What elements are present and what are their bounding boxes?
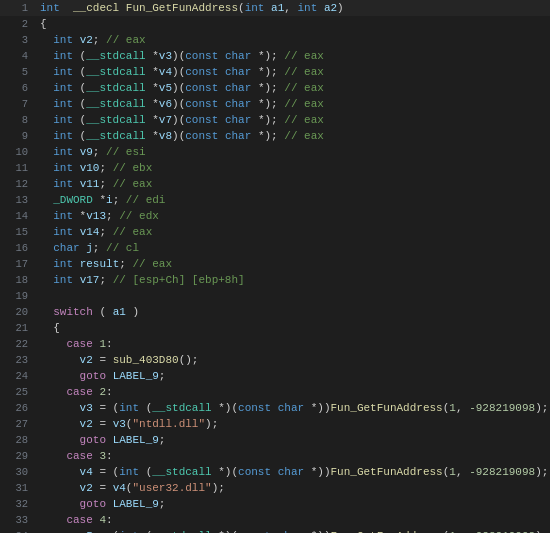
line-content: case 1:: [40, 336, 546, 352]
code-line-9: 9 int (__stdcall *v8)(const char *); // …: [0, 128, 550, 144]
code-line-27: 27 v2 = v3("ntdll.dll");: [0, 416, 550, 432]
code-line-18: 18 int v17; // [esp+Ch] [ebp+8h]: [0, 272, 550, 288]
code-line-5: 5 int (__stdcall *v4)(const char *); // …: [0, 64, 550, 80]
line-number: 26: [4, 400, 28, 416]
line-number: 9: [4, 128, 28, 144]
code-line-16: 16 char j; // cl: [0, 240, 550, 256]
line-number: 11: [4, 160, 28, 176]
code-line-14: 14 int *v13; // edx: [0, 208, 550, 224]
line-content: int v14; // eax: [40, 224, 546, 240]
code-line-4: 4 int (__stdcall *v3)(const char *); // …: [0, 48, 550, 64]
code-line-23: 23 v2 = sub_403D80();: [0, 352, 550, 368]
code-line-30: 30 v4 = (int (__stdcall *)(const char *)…: [0, 464, 550, 480]
line-number: 8: [4, 112, 28, 128]
line-content: int v9; // esi: [40, 144, 546, 160]
code-line-7: 7 int (__stdcall *v6)(const char *); // …: [0, 96, 550, 112]
code-line-26: 26 v3 = (int (__stdcall *)(const char *)…: [0, 400, 550, 416]
line-content: _DWORD *i; // edi: [40, 192, 546, 208]
code-line-6: 6 int (__stdcall *v5)(const char *); // …: [0, 80, 550, 96]
line-number: 33: [4, 512, 28, 528]
line-content: int v17; // [esp+Ch] [ebp+8h]: [40, 272, 546, 288]
line-number: 21: [4, 320, 28, 336]
line-number: 5: [4, 64, 28, 80]
line-number: 29: [4, 448, 28, 464]
line-number: 32: [4, 496, 28, 512]
code-line-1: 1int __cdecl Fun_GetFunAddress(int a1, i…: [0, 0, 550, 16]
line-content: v5 = (int (__stdcall *)(const char *))Fu…: [40, 528, 548, 533]
line-content: int (__stdcall *v4)(const char *); // ea…: [40, 64, 546, 80]
code-lines: 1int __cdecl Fun_GetFunAddress(int a1, i…: [0, 0, 550, 533]
line-content: case 4:: [40, 512, 546, 528]
line-number: 14: [4, 208, 28, 224]
line-content: {: [40, 16, 546, 32]
line-number: 4: [4, 48, 28, 64]
code-line-29: 29 case 3:: [0, 448, 550, 464]
line-content: int v2; // eax: [40, 32, 546, 48]
code-line-2: 2{: [0, 16, 550, 32]
line-content: int v10; // ebx: [40, 160, 546, 176]
code-line-11: 11 int v10; // ebx: [0, 160, 550, 176]
line-number: 12: [4, 176, 28, 192]
line-number: 7: [4, 96, 28, 112]
line-number: 31: [4, 480, 28, 496]
code-line-10: 10 int v9; // esi: [0, 144, 550, 160]
code-line-24: 24 goto LABEL_9;: [0, 368, 550, 384]
line-number: 19: [4, 288, 28, 304]
code-line-33: 33 case 4:: [0, 512, 550, 528]
code-line-20: 20 switch ( a1 ): [0, 304, 550, 320]
line-number: 30: [4, 464, 28, 480]
line-content: v2 = sub_403D80();: [40, 352, 546, 368]
line-content: v4 = (int (__stdcall *)(const char *))Fu…: [40, 464, 548, 480]
line-number: 34: [4, 528, 28, 533]
line-number: 28: [4, 432, 28, 448]
line-content: int (__stdcall *v8)(const char *); // ea…: [40, 128, 546, 144]
line-content: int (__stdcall *v6)(const char *); // ea…: [40, 96, 546, 112]
line-number: 23: [4, 352, 28, 368]
code-line-19: 19: [0, 288, 550, 304]
line-content: goto LABEL_9;: [40, 496, 546, 512]
line-content: switch ( a1 ): [40, 304, 546, 320]
code-line-25: 25 case 2:: [0, 384, 550, 400]
line-number: 6: [4, 80, 28, 96]
line-number: 27: [4, 416, 28, 432]
line-content: int (__stdcall *v5)(const char *); // ea…: [40, 80, 546, 96]
line-number: 3: [4, 32, 28, 48]
line-number: 13: [4, 192, 28, 208]
line-number: 15: [4, 224, 28, 240]
line-content: int *v13; // edx: [40, 208, 546, 224]
line-content: v3 = (int (__stdcall *)(const char *))Fu…: [40, 400, 548, 416]
code-line-8: 8 int (__stdcall *v7)(const char *); // …: [0, 112, 550, 128]
line-content: {: [40, 320, 546, 336]
line-number: 1: [4, 0, 28, 16]
code-line-15: 15 int v14; // eax: [0, 224, 550, 240]
code-line-32: 32 goto LABEL_9;: [0, 496, 550, 512]
code-line-12: 12 int v11; // eax: [0, 176, 550, 192]
code-line-34: 34 v5 = (int (__stdcall *)(const char *)…: [0, 528, 550, 533]
line-number: 17: [4, 256, 28, 272]
line-content: case 2:: [40, 384, 546, 400]
line-content: int v11; // eax: [40, 176, 546, 192]
line-content: char j; // cl: [40, 240, 546, 256]
line-content: v2 = v3("ntdll.dll");: [40, 416, 546, 432]
code-line-3: 3 int v2; // eax: [0, 32, 550, 48]
line-content: int (__stdcall *v3)(const char *); // ea…: [40, 48, 546, 64]
line-number: 25: [4, 384, 28, 400]
line-number: 22: [4, 336, 28, 352]
code-line-17: 17 int result; // eax: [0, 256, 550, 272]
line-number: 10: [4, 144, 28, 160]
code-line-28: 28 goto LABEL_9;: [0, 432, 550, 448]
code-line-31: 31 v2 = v4("user32.dll");: [0, 480, 550, 496]
line-content: int __cdecl Fun_GetFunAddress(int a1, in…: [40, 0, 546, 16]
line-number: 2: [4, 16, 28, 32]
line-content: int (__stdcall *v7)(const char *); // ea…: [40, 112, 546, 128]
code-line-22: 22 case 1:: [0, 336, 550, 352]
line-content: v2 = v4("user32.dll");: [40, 480, 546, 496]
code-line-13: 13 _DWORD *i; // edi: [0, 192, 550, 208]
line-number: 20: [4, 304, 28, 320]
line-number: 24: [4, 368, 28, 384]
line-content: goto LABEL_9;: [40, 368, 546, 384]
line-content: goto LABEL_9;: [40, 432, 546, 448]
code-line-21: 21 {: [0, 320, 550, 336]
code-viewer: 1int __cdecl Fun_GetFunAddress(int a1, i…: [0, 0, 550, 533]
line-number: 16: [4, 240, 28, 256]
